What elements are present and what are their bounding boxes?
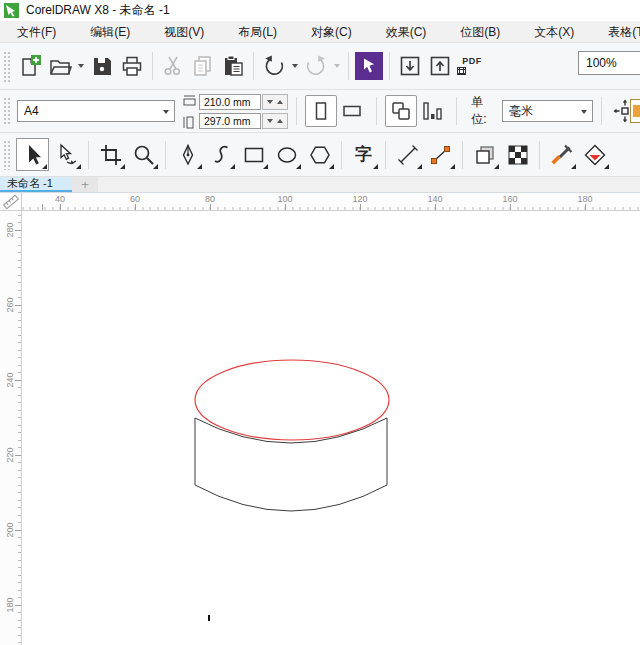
cylinder-top-ellipse[interactable] [195, 360, 389, 440]
menu-bar: 文件(F) 编辑(E) 视图(V) 布局(L) 对象(C) 效果(C) 位图(B… [0, 21, 640, 43]
undo-icon [262, 54, 286, 78]
cylinder-top-curve[interactable] [195, 418, 387, 443]
drop-shadow-tool[interactable] [469, 139, 500, 170]
document-tab-bar: 未命名 -1 + [0, 177, 640, 193]
search-content-button[interactable] [354, 51, 384, 81]
menu-edit[interactable]: 编辑(E) [73, 21, 147, 43]
pick-tool[interactable] [16, 138, 49, 171]
polygon-tool[interactable] [304, 139, 335, 170]
parallel-dimension-tool[interactable] [392, 139, 423, 170]
export-button[interactable] [425, 51, 455, 81]
all-pages-button[interactable] [385, 95, 417, 127]
open-button[interactable] [45, 51, 75, 81]
zoom-tool[interactable] [128, 139, 159, 170]
drawing-canvas[interactable] [22, 211, 640, 645]
shape-tool[interactable] [51, 139, 82, 170]
printer-icon [120, 54, 144, 78]
magnifier-icon [132, 143, 156, 167]
nudge-distance-field[interactable] [630, 99, 640, 123]
transparency-tool[interactable] [502, 139, 533, 170]
page-height-spinner[interactable] [262, 113, 288, 129]
page-size-combo[interactable]: A4 [17, 100, 175, 122]
curve-icon [209, 143, 233, 167]
plus-icon: + [81, 179, 89, 191]
all-pages-icon [389, 99, 413, 123]
shape-node-icon [55, 143, 79, 167]
toolbar-grip[interactable] [2, 96, 12, 125]
paste-button[interactable] [218, 51, 248, 81]
fill-diamond-icon [583, 143, 607, 167]
units-combo[interactable]: 毫米 [502, 100, 593, 122]
rectangle-icon [242, 143, 266, 167]
vertical-ruler[interactable]: 280 260 240 220 200 180 [0, 211, 22, 645]
new-document-button[interactable] [15, 51, 45, 81]
canvas-svg [22, 211, 640, 645]
open-dropdown[interactable] [75, 51, 87, 81]
export-icon [428, 54, 452, 78]
crop-tool[interactable] [95, 139, 126, 170]
horizontal-ruler[interactable]: 40 60 80 100 120 140 160 180 [22, 193, 640, 211]
cut-scissors-icon [161, 54, 185, 78]
pen-nib-icon [176, 143, 200, 167]
vruler-tick-label: 240 [5, 372, 15, 387]
title-bar: CorelDRAW X8 - 未命名 -1 [0, 0, 640, 21]
open-folder-icon [48, 54, 72, 78]
chevron-down-icon [163, 110, 169, 114]
current-page-button[interactable] [417, 95, 449, 127]
publish-to-pdf-button[interactable]: PDF [455, 49, 489, 83]
hruler-tick-label: 80 [205, 194, 215, 204]
menu-file[interactable]: 文件(F) [0, 21, 73, 43]
page-width-icon [183, 94, 196, 107]
page-width-field[interactable]: 210.0 mm [199, 94, 261, 110]
page-height-field[interactable]: 297.0 mm [199, 113, 261, 129]
ellipse-icon [275, 143, 299, 167]
vruler-tick-label: 220 [5, 447, 15, 462]
menu-effects[interactable]: 效果(C) [369, 21, 444, 43]
new-document-tab-button[interactable]: + [72, 177, 98, 192]
print-button[interactable] [117, 51, 147, 81]
menu-bitmaps[interactable]: 位图(B) [443, 21, 517, 43]
hruler-tick-label: 60 [130, 194, 140, 204]
zoom-level-value: 100% [586, 56, 617, 70]
import-icon [398, 54, 422, 78]
window-title: CorelDRAW X8 - 未命名 -1 [26, 2, 170, 19]
color-eyedropper-tool[interactable] [546, 139, 577, 170]
menu-view[interactable]: 视图(V) [147, 21, 221, 43]
units-value: 毫米 [509, 103, 533, 120]
redo-button [301, 51, 331, 81]
text-tool[interactable]: 字 [348, 139, 379, 170]
hexagon-icon [308, 143, 332, 167]
undo-button[interactable] [259, 51, 289, 81]
checkerboard-icon [506, 143, 530, 167]
document-tab-title: 未命名 -1 [7, 176, 53, 191]
menu-object[interactable]: 对象(C) [294, 21, 369, 43]
undo-dropdown[interactable] [289, 51, 301, 81]
save-button[interactable] [87, 51, 117, 81]
toolbar-grip[interactable] [2, 50, 12, 82]
portrait-button[interactable] [305, 95, 337, 127]
connector-tool[interactable] [425, 139, 456, 170]
toolbar-grip[interactable] [2, 139, 12, 169]
coreldraw-logo-icon[interactable] [4, 3, 19, 18]
menu-layout[interactable]: 布局(L) [221, 21, 294, 43]
menu-table[interactable]: 表格(T) [591, 21, 640, 43]
page-bars-icon [420, 99, 444, 123]
ellipse-tool[interactable] [271, 139, 302, 170]
rectangle-tool[interactable] [238, 139, 269, 170]
landscape-button[interactable] [337, 95, 369, 127]
interactive-fill-tool[interactable] [579, 139, 610, 170]
document-tab-active[interactable]: 未命名 -1 [0, 177, 72, 192]
page-width-spinner[interactable] [262, 94, 288, 110]
ruler-origin-corner[interactable] [0, 193, 22, 211]
pdf-label: PDF [462, 57, 482, 66]
cylinder-bottom-curve[interactable] [195, 485, 387, 511]
zoom-level-combo[interactable]: 100% [578, 51, 640, 75]
menu-text[interactable]: 文本(X) [517, 21, 591, 43]
pen-tool[interactable] [172, 139, 203, 170]
pdf-chip-icon [457, 67, 466, 75]
bspline-curve-tool[interactable] [205, 139, 236, 170]
pick-arrow-icon [21, 143, 45, 167]
new-document-icon [18, 54, 42, 78]
page-width-value: 210.0 mm [204, 96, 251, 108]
import-button[interactable] [395, 51, 425, 81]
